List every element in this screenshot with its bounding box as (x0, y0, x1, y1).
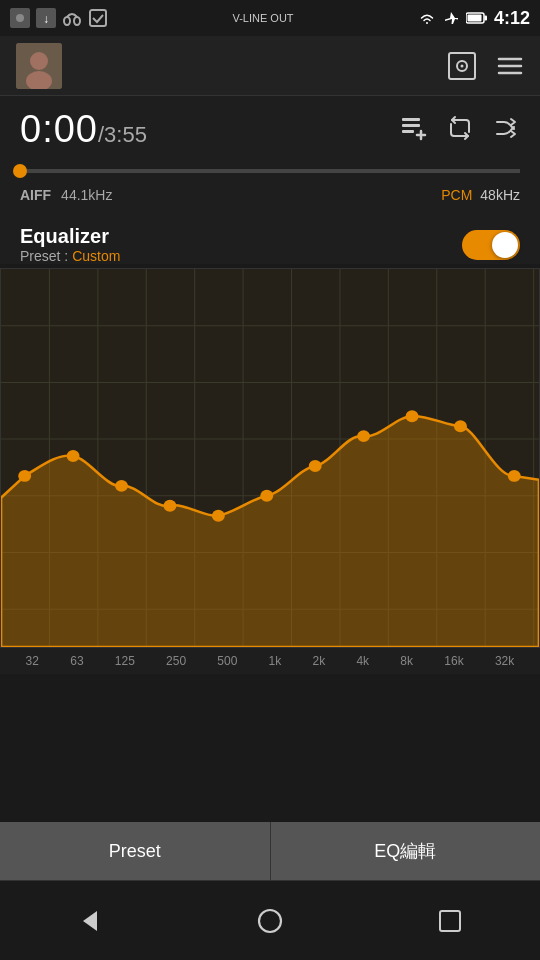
svg-point-4 (64, 17, 70, 25)
airplane-icon (442, 10, 460, 26)
total-time: /3:55 (98, 122, 147, 148)
checkbox-icon (88, 8, 108, 28)
freq-4k: 4k (356, 654, 369, 668)
freq-16k: 16k (444, 654, 463, 668)
nav-bar (0, 880, 540, 960)
eq-section: Equalizer Preset : Custom (0, 211, 540, 264)
eq-dot-250[interactable] (163, 500, 176, 512)
svg-rect-19 (402, 118, 420, 121)
eq-title-area: Equalizer Preset : Custom (20, 225, 120, 264)
bottom-buttons: Preset EQ編輯 (0, 822, 540, 880)
progress-dot (13, 164, 27, 178)
format-label: AIFF (20, 187, 51, 203)
svg-point-5 (74, 17, 80, 25)
eq-dot-32k[interactable] (508, 470, 521, 482)
photo-icon (10, 8, 30, 28)
eq-dot-1k[interactable] (260, 490, 273, 502)
eq-chart-svg (1, 269, 539, 647)
home-icon[interactable] (240, 891, 300, 951)
svg-marker-42 (83, 911, 97, 931)
svg-point-15 (461, 64, 464, 67)
download-icon: ↓ (36, 8, 56, 28)
format-left: AIFF 44.1kHz (20, 187, 112, 203)
svg-rect-6 (90, 10, 106, 26)
status-bar-right: 4:12 (418, 8, 530, 29)
eq-dot-500[interactable] (212, 510, 225, 522)
eq-dot-32[interactable] (18, 470, 31, 482)
top-nav (0, 36, 540, 96)
svg-rect-21 (402, 130, 414, 133)
current-time: 0:00 (20, 108, 98, 151)
output-sample-rate: 48kHz (480, 187, 520, 203)
eq-header: Equalizer Preset : Custom (20, 225, 520, 264)
eq-title: Equalizer (20, 225, 120, 248)
wifi-icon (418, 10, 436, 26)
freq-8k: 8k (400, 654, 413, 668)
status-bar-left: ↓ (10, 8, 108, 28)
preset-button[interactable]: Preset (0, 822, 271, 880)
freq-63: 63 (70, 654, 83, 668)
output-format: PCM (441, 187, 472, 203)
eq-dot-8k[interactable] (406, 410, 419, 422)
progress-bar[interactable] (20, 169, 520, 173)
svg-point-11 (30, 52, 48, 70)
recent-apps-icon[interactable] (420, 891, 480, 951)
player-area: 0:00 /3:55 (0, 96, 540, 179)
time-display: 0:00 /3:55 (20, 108, 147, 151)
status-bar: ↓ V-LINE OUT 4:12 (0, 0, 540, 36)
svg-rect-8 (484, 16, 487, 21)
repeat-icon[interactable] (446, 114, 474, 142)
add-to-playlist-icon[interactable] (400, 114, 428, 142)
svg-text:↓: ↓ (43, 12, 49, 26)
freq-32k: 32k (495, 654, 514, 668)
status-time: 4:12 (494, 8, 530, 29)
top-nav-icons (446, 50, 524, 82)
freq-2k: 2k (313, 654, 326, 668)
freq-250: 250 (166, 654, 186, 668)
freq-labels: 32 63 125 250 500 1k 2k 4k 8k 16k 32k (0, 648, 540, 674)
eq-toggle[interactable] (462, 230, 520, 260)
eq-dot-63[interactable] (67, 450, 80, 462)
status-bar-center: V-LINE OUT (232, 12, 293, 24)
eq-edit-button[interactable]: EQ編輯 (271, 822, 541, 880)
sample-rate: 44.1kHz (61, 187, 112, 203)
svg-point-1 (16, 14, 24, 22)
svg-rect-44 (440, 911, 460, 931)
back-icon[interactable] (60, 891, 120, 951)
battery-icon (466, 12, 488, 24)
shuffle-icon[interactable] (492, 114, 520, 142)
eq-preset-value: Custom (72, 248, 120, 264)
album-art-thumb[interactable] (16, 43, 62, 89)
album-frame-icon[interactable] (446, 50, 478, 82)
format-info: AIFF 44.1kHz PCM 48kHz (0, 179, 540, 211)
svg-rect-9 (467, 15, 481, 22)
toggle-knob (492, 232, 518, 258)
freq-500: 500 (217, 654, 237, 668)
menu-icon[interactable] (496, 52, 524, 80)
freq-125: 125 (115, 654, 135, 668)
svg-point-43 (259, 910, 281, 932)
eq-dot-125[interactable] (115, 480, 128, 492)
freq-32: 32 (26, 654, 39, 668)
eq-dot-4k[interactable] (357, 430, 370, 442)
headphone-icon (62, 8, 82, 28)
eq-preset-label: Preset : (20, 248, 68, 264)
eq-dot-2k[interactable] (309, 460, 322, 472)
svg-rect-20 (402, 124, 420, 127)
freq-1k: 1k (269, 654, 282, 668)
eq-chart (0, 268, 540, 648)
eq-preset-line: Preset : Custom (20, 248, 120, 264)
eq-dot-16k[interactable] (454, 420, 467, 432)
format-right: PCM 48kHz (441, 187, 520, 203)
